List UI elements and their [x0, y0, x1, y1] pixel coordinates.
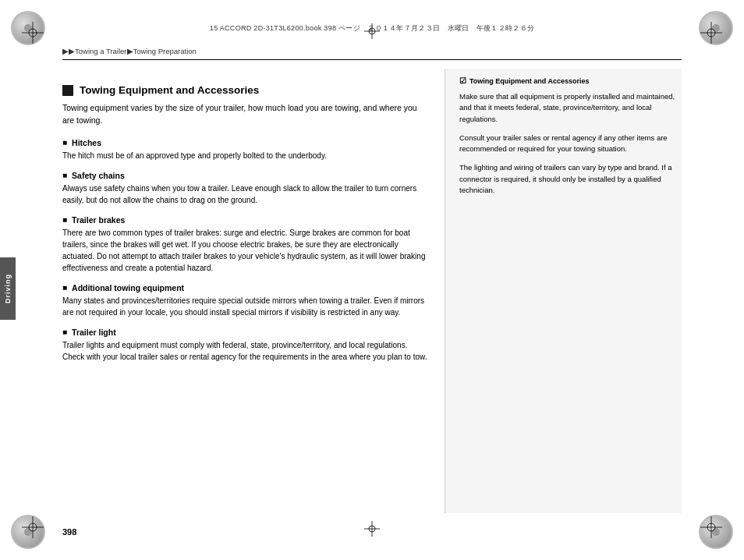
reg-mark-tl — [22, 22, 44, 44]
subsection-safety-chains-heading: Safety chains — [62, 171, 429, 180]
subsection-trailer-light: Trailer light Trailer lights and equipme… — [62, 328, 429, 363]
subsection-safety-chains-text: Always use safety chains when you tow a … — [62, 183, 429, 206]
reg-mark-bottom-center — [364, 521, 380, 537]
subsection-trailer-light-text: Trailer lights and equipment must comply… — [62, 339, 429, 363]
subsection-trailer-brakes: Trailer brakes There are two common type… — [62, 215, 429, 274]
breadcrumb: ▶▶Towing a Trailer▶Towing Preparation — [62, 47, 682, 55]
subsection-trailer-light-heading: Trailer light — [62, 328, 429, 337]
page: 15 ACCORD 2D-31T3L6200.book 398 ページ ２０１４… — [0, 0, 744, 560]
section-title-block: Towing Equipment and Accessories — [62, 84, 429, 96]
right-column: Towing Equipment and Accessories Make su… — [445, 69, 682, 513]
left-column: Towing Equipment and Accessories Towing … — [62, 69, 445, 513]
subsection-safety-chains: Safety chains Always use safety chains w… — [62, 171, 429, 206]
reg-mark-bl — [22, 516, 44, 538]
subsection-hitches-text: The hitch must be of an approved type an… — [62, 150, 429, 161]
content-area: Towing Equipment and Accessories Towing … — [62, 69, 682, 513]
subsection-trailer-brakes-text: There are two common types of trailer br… — [62, 227, 429, 274]
subsection-additional-equipment-heading: Additional towing equipment — [62, 283, 429, 292]
subsection-trailer-brakes-heading: Trailer brakes — [62, 215, 429, 225]
section-title-text: Towing Equipment and Accessories — [80, 84, 259, 96]
page-number: 398 — [62, 527, 76, 537]
section-title-bar — [62, 85, 73, 96]
reg-mark-br — [700, 516, 722, 538]
right-panel-para-2: Consult your trailer sales or rental age… — [459, 133, 682, 155]
reg-mark-tr — [700, 22, 722, 44]
subsection-hitches: Hitches The hitch must be of an approved… — [62, 138, 429, 161]
subsection-additional-equipment: Additional towing equipment Many states … — [62, 283, 429, 318]
driving-tab-label: Driving — [4, 274, 12, 303]
file-info: 15 ACCORD 2D-31T3L6200.book 398 ページ ２０１４… — [62, 23, 682, 34]
right-panel-title: Towing Equipment and Accessories — [459, 76, 682, 85]
right-panel-para-3: The lighting and wiring of trailers can … — [459, 162, 682, 196]
subsection-hitches-heading: Hitches — [62, 138, 429, 147]
right-panel-para-1: Make sure that all equipment is properly… — [459, 91, 682, 125]
section-intro: Towing equipment varies by the size of y… — [62, 102, 429, 127]
driving-tab: Driving — [0, 257, 16, 320]
top-rule — [62, 59, 682, 60]
subsection-additional-equipment-text: Many states and provinces/territories re… — [62, 295, 429, 318]
